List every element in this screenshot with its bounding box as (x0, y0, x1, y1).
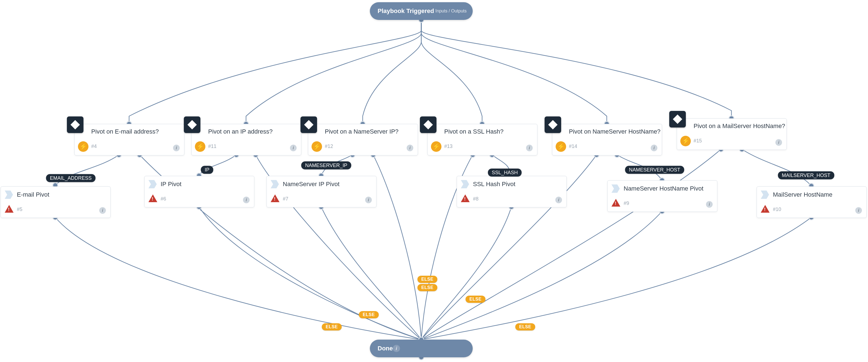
info-icon[interactable]: i (365, 197, 372, 203)
chevron-icon (271, 180, 279, 188)
edge-label-else: ELSE (466, 296, 486, 303)
bolt-icon: ⚡ (431, 141, 441, 152)
info-icon[interactable]: i (290, 145, 297, 151)
info-icon[interactable]: i (407, 145, 413, 151)
action-title: SSL Hash Pivot (473, 181, 515, 188)
action-email-pivot[interactable]: E-mail Pivot #5 i (1, 186, 111, 218)
info-icon[interactable]: i (243, 197, 250, 203)
decision-title: Pivot on an IP address? (208, 128, 273, 135)
bolt-icon: ⚡ (78, 141, 89, 152)
edge-label-mailhost: MAILSERVER_HOST (778, 172, 834, 179)
action-title: NameServer IP Pivot (283, 181, 339, 188)
action-ip-pivot[interactable]: IP Pivot #6 i (144, 176, 254, 207)
start-node[interactable]: Playbook Triggered Inputs / Outputs (370, 2, 473, 20)
info-icon[interactable]: i (555, 197, 562, 203)
bolt-icon: ⚡ (312, 141, 322, 152)
diamond-icon (669, 111, 686, 127)
warning-icon (5, 205, 13, 213)
node-id: #15 (693, 138, 702, 144)
start-title: Playbook Triggered (378, 7, 434, 14)
node-id: #7 (283, 196, 288, 202)
edge-label-email: EMAIL_ADDRESS (46, 174, 95, 182)
decision-title: Pivot on a SSL Hash? (444, 128, 503, 135)
edge-label-else: ELSE (417, 276, 437, 283)
edge-label-ip: IP (201, 166, 213, 174)
decision-nsip[interactable]: Pivot on a NameServer IP? ⚡ #12 i (308, 124, 418, 155)
edge-layer (0, 0, 868, 362)
action-nshost-pivot[interactable]: NameServer HostName Pivot #9 i (607, 180, 717, 212)
diamond-icon (420, 116, 436, 133)
warning-icon (761, 205, 770, 213)
info-icon[interactable]: i (173, 145, 180, 151)
bolt-icon: ⚡ (556, 141, 566, 152)
diamond-icon (184, 116, 200, 133)
chevron-icon (461, 180, 469, 188)
chevron-icon (5, 190, 13, 199)
node-id: #6 (161, 196, 166, 202)
decision-title: Pivot on E-mail address? (91, 128, 159, 135)
edge-label-else: ELSE (417, 284, 437, 291)
info-icon[interactable]: i (393, 345, 400, 352)
decision-title: Pivot on a NameServer IP? (325, 128, 399, 135)
edge-label-else: ELSE (515, 323, 535, 330)
decision-ssl[interactable]: Pivot on a SSL Hash? ⚡ #13 i (427, 124, 537, 155)
done-node[interactable]: Done i (370, 340, 473, 357)
warning-icon (271, 194, 279, 202)
action-title: NameServer HostName Pivot (624, 185, 704, 192)
node-id: #5 (17, 207, 22, 212)
decision-title: Pivot on a MailServer HostName? (693, 122, 785, 130)
start-io-link[interactable]: Inputs / Outputs (435, 8, 467, 13)
decision-title: Pivot on NameServer HostName? (569, 128, 660, 135)
node-id: #12 (325, 144, 333, 149)
playbook-canvas: Playbook Triggered Inputs / Outputs Done… (0, 0, 868, 362)
info-icon[interactable]: i (651, 145, 657, 151)
action-ssl-pivot[interactable]: SSL Hash Pivot #8 i (457, 176, 567, 207)
action-title: IP Pivot (161, 181, 181, 188)
action-nsip-pivot[interactable]: NameServer IP Pivot #7 i (267, 176, 376, 207)
chevron-icon (761, 190, 769, 199)
diamond-icon (545, 116, 561, 133)
decision-mailhost[interactable]: Pivot on a MailServer HostName? ⚡ #15 i (677, 118, 787, 150)
node-id: #9 (624, 201, 629, 206)
bolt-icon: ⚡ (680, 136, 691, 146)
edge-label-else: ELSE (359, 311, 379, 318)
action-title: MailServer HostName (773, 191, 832, 198)
bolt-icon: ⚡ (195, 141, 206, 152)
decision-ip[interactable]: Pivot on an IP address? ⚡ #11 i (191, 124, 301, 155)
info-icon[interactable]: i (706, 201, 713, 208)
node-id: #14 (569, 144, 577, 149)
node-id: #8 (473, 196, 478, 202)
node-id: #13 (444, 144, 453, 149)
action-mailhost-pivot[interactable]: MailServer HostName #10 i (756, 186, 867, 218)
node-id: #11 (208, 144, 216, 149)
info-icon[interactable]: i (99, 207, 106, 214)
action-title: E-mail Pivot (17, 191, 49, 198)
chevron-icon (149, 180, 157, 188)
node-id: #4 (91, 144, 97, 149)
edge-label-nshost: NAMESERVER_HOST (625, 166, 684, 174)
warning-icon (461, 194, 470, 202)
done-title: Done (378, 345, 393, 352)
info-icon[interactable]: i (855, 207, 862, 214)
node-id: #10 (773, 207, 781, 212)
chevron-icon (612, 184, 620, 193)
edge-label-else: ELSE (322, 323, 342, 330)
decision-nshost[interactable]: Pivot on NameServer HostName? ⚡ #14 i (552, 124, 662, 155)
diamond-icon (67, 116, 84, 133)
decision-email[interactable]: Pivot on E-mail address? ⚡ #4 i (74, 124, 184, 155)
info-icon[interactable]: i (775, 139, 782, 146)
diamond-icon (301, 116, 317, 133)
edge-label-nsip: NAMESERVER_IP (301, 161, 351, 170)
warning-icon (612, 199, 620, 207)
edge-label-ssl: SSL_HASH (488, 169, 522, 177)
info-icon[interactable]: i (526, 145, 533, 151)
warning-icon (149, 194, 157, 202)
